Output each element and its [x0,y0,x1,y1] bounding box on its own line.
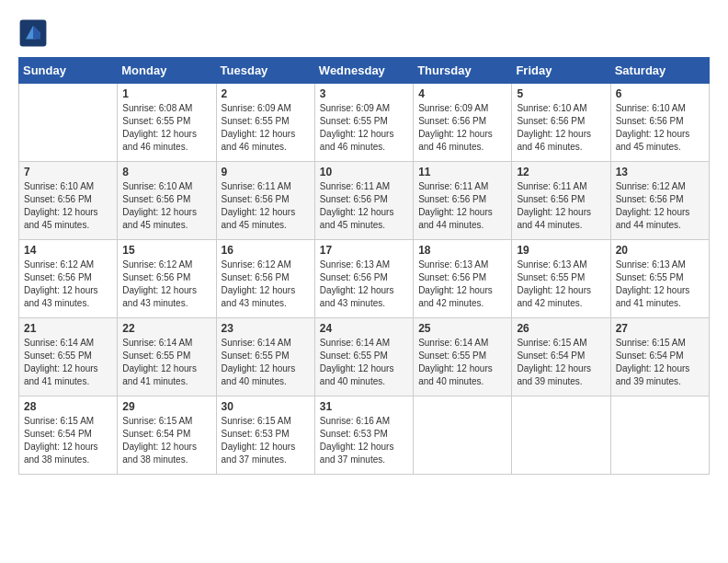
day-info: Sunrise: 6:10 AMSunset: 6:56 PMDaylight:… [517,102,605,154]
day-number: 5 [517,87,605,100]
day-number: 15 [122,244,210,257]
calendar-day-cell: 26Sunrise: 6:15 AMSunset: 6:54 PMDayligh… [512,318,610,396]
header-friday: Friday [512,58,610,84]
day-number: 12 [517,166,605,178]
calendar-day-cell: 28Sunrise: 6:15 AMSunset: 6:54 PMDayligh… [19,396,118,475]
day-info: Sunrise: 6:15 AMSunset: 6:53 PMDaylight:… [222,415,310,466]
day-info: Sunrise: 6:12 AMSunset: 6:56 PMDaylight:… [222,259,310,310]
day-number: 22 [122,322,210,335]
day-info: Sunrise: 6:13 AMSunset: 6:55 PMDaylight:… [517,259,605,310]
day-number: 31 [320,400,408,413]
calendar-day-cell: 14Sunrise: 6:12 AMSunset: 6:56 PMDayligh… [19,240,118,318]
calendar-week-row: 7Sunrise: 6:10 AMSunset: 6:56 PMDaylight… [19,162,710,240]
day-info: Sunrise: 6:13 AMSunset: 6:56 PMDaylight:… [418,259,506,310]
calendar-day-cell: 9Sunrise: 6:11 AMSunset: 6:56 PMDaylight… [216,162,314,240]
calendar-day-cell: 15Sunrise: 6:12 AMSunset: 6:56 PMDayligh… [118,240,216,318]
day-number: 19 [517,244,605,257]
day-number: 13 [616,166,704,178]
day-info: Sunrise: 6:09 AMSunset: 6:55 PMDaylight:… [320,102,408,154]
day-info: Sunrise: 6:11 AMSunset: 6:56 PMDaylight:… [517,180,605,232]
calendar-day-cell: 20Sunrise: 6:13 AMSunset: 6:55 PMDayligh… [610,240,709,318]
calendar-week-row: 1Sunrise: 6:08 AMSunset: 6:55 PMDaylight… [19,84,710,162]
day-number: 4 [418,87,506,100]
day-info: Sunrise: 6:11 AMSunset: 6:56 PMDaylight:… [418,180,506,232]
calendar-header-row: SundayMondayTuesdayWednesdayThursdayFrid… [19,58,710,84]
calendar-day-cell [19,84,118,162]
day-number: 28 [24,400,112,413]
day-number: 16 [222,244,310,257]
calendar-day-cell: 3Sunrise: 6:09 AMSunset: 6:55 PMDaylight… [314,84,413,162]
calendar-day-cell: 27Sunrise: 6:15 AMSunset: 6:54 PMDayligh… [610,318,709,396]
day-info: Sunrise: 6:16 AMSunset: 6:53 PMDaylight:… [320,415,408,466]
calendar-day-cell: 2Sunrise: 6:09 AMSunset: 6:55 PMDaylight… [216,84,314,162]
day-number: 3 [320,87,408,100]
day-info: Sunrise: 6:13 AMSunset: 6:55 PMDaylight:… [616,259,704,310]
day-number: 7 [24,166,112,178]
header-thursday: Thursday [414,58,512,84]
day-number: 2 [222,87,310,100]
day-number: 30 [222,400,310,413]
header-tuesday: Tuesday [216,58,314,84]
header-monday: Monday [118,58,216,84]
day-number: 10 [320,166,408,178]
calendar-day-cell: 13Sunrise: 6:12 AMSunset: 6:56 PMDayligh… [610,162,709,240]
page-header [18,18,710,48]
calendar-day-cell [414,396,512,475]
day-info: Sunrise: 6:12 AMSunset: 6:56 PMDaylight:… [24,259,112,310]
day-info: Sunrise: 6:10 AMSunset: 6:56 PMDaylight:… [122,180,210,232]
day-number: 29 [122,400,210,413]
day-info: Sunrise: 6:11 AMSunset: 6:56 PMDaylight:… [320,180,408,232]
calendar-day-cell: 4Sunrise: 6:09 AMSunset: 6:56 PMDaylight… [414,84,512,162]
calendar-week-row: 21Sunrise: 6:14 AMSunset: 6:55 PMDayligh… [19,318,710,396]
day-info: Sunrise: 6:15 AMSunset: 6:54 PMDaylight:… [24,415,112,466]
day-number: 21 [24,322,112,335]
day-info: Sunrise: 6:12 AMSunset: 6:56 PMDaylight:… [616,180,704,232]
day-info: Sunrise: 6:15 AMSunset: 6:54 PMDaylight:… [517,337,605,388]
day-info: Sunrise: 6:10 AMSunset: 6:56 PMDaylight:… [24,180,112,232]
calendar-day-cell: 12Sunrise: 6:11 AMSunset: 6:56 PMDayligh… [512,162,610,240]
calendar-day-cell: 24Sunrise: 6:14 AMSunset: 6:55 PMDayligh… [314,318,413,396]
day-number: 23 [222,322,310,335]
calendar-day-cell: 30Sunrise: 6:15 AMSunset: 6:53 PMDayligh… [216,396,314,475]
calendar-day-cell: 1Sunrise: 6:08 AMSunset: 6:55 PMDaylight… [118,84,216,162]
header-wednesday: Wednesday [314,58,413,84]
calendar-day-cell: 10Sunrise: 6:11 AMSunset: 6:56 PMDayligh… [314,162,413,240]
calendar-day-cell: 6Sunrise: 6:10 AMSunset: 6:56 PMDaylight… [610,84,709,162]
day-info: Sunrise: 6:14 AMSunset: 6:55 PMDaylight:… [24,337,112,388]
calendar-day-cell: 18Sunrise: 6:13 AMSunset: 6:56 PMDayligh… [414,240,512,318]
day-info: Sunrise: 6:14 AMSunset: 6:55 PMDaylight:… [222,337,310,388]
calendar-day-cell: 16Sunrise: 6:12 AMSunset: 6:56 PMDayligh… [216,240,314,318]
header-saturday: Saturday [610,58,709,84]
day-number: 24 [320,322,408,335]
day-number: 26 [517,322,605,335]
calendar-day-cell: 31Sunrise: 6:16 AMSunset: 6:53 PMDayligh… [314,396,413,475]
day-info: Sunrise: 6:14 AMSunset: 6:55 PMDaylight:… [320,337,408,388]
calendar-day-cell: 25Sunrise: 6:14 AMSunset: 6:55 PMDayligh… [414,318,512,396]
calendar-day-cell: 17Sunrise: 6:13 AMSunset: 6:56 PMDayligh… [314,240,413,318]
calendar-day-cell: 19Sunrise: 6:13 AMSunset: 6:55 PMDayligh… [512,240,610,318]
day-info: Sunrise: 6:15 AMSunset: 6:54 PMDaylight:… [122,415,210,466]
calendar-day-cell: 5Sunrise: 6:10 AMSunset: 6:56 PMDaylight… [512,84,610,162]
calendar-week-row: 14Sunrise: 6:12 AMSunset: 6:56 PMDayligh… [19,240,710,318]
day-number: 20 [616,244,704,257]
calendar-day-cell: 8Sunrise: 6:10 AMSunset: 6:56 PMDaylight… [118,162,216,240]
calendar-table: SundayMondayTuesdayWednesdayThursdayFrid… [18,57,710,475]
day-number: 17 [320,244,408,257]
day-number: 14 [24,244,112,257]
day-info: Sunrise: 6:09 AMSunset: 6:56 PMDaylight:… [418,102,506,154]
day-number: 8 [122,166,210,178]
day-number: 18 [418,244,506,257]
day-number: 27 [616,322,704,335]
day-info: Sunrise: 6:15 AMSunset: 6:54 PMDaylight:… [616,337,704,388]
day-number: 6 [616,87,704,100]
calendar-day-cell: 23Sunrise: 6:14 AMSunset: 6:55 PMDayligh… [216,318,314,396]
calendar-day-cell: 7Sunrise: 6:10 AMSunset: 6:56 PMDaylight… [19,162,118,240]
day-info: Sunrise: 6:09 AMSunset: 6:55 PMDaylight:… [222,102,310,154]
day-number: 11 [418,166,506,178]
logo-icon [18,18,48,48]
day-info: Sunrise: 6:13 AMSunset: 6:56 PMDaylight:… [320,259,408,310]
day-info: Sunrise: 6:14 AMSunset: 6:55 PMDaylight:… [122,337,210,388]
day-info: Sunrise: 6:11 AMSunset: 6:56 PMDaylight:… [222,180,310,232]
calendar-day-cell: 29Sunrise: 6:15 AMSunset: 6:54 PMDayligh… [118,396,216,475]
calendar-day-cell [512,396,610,475]
